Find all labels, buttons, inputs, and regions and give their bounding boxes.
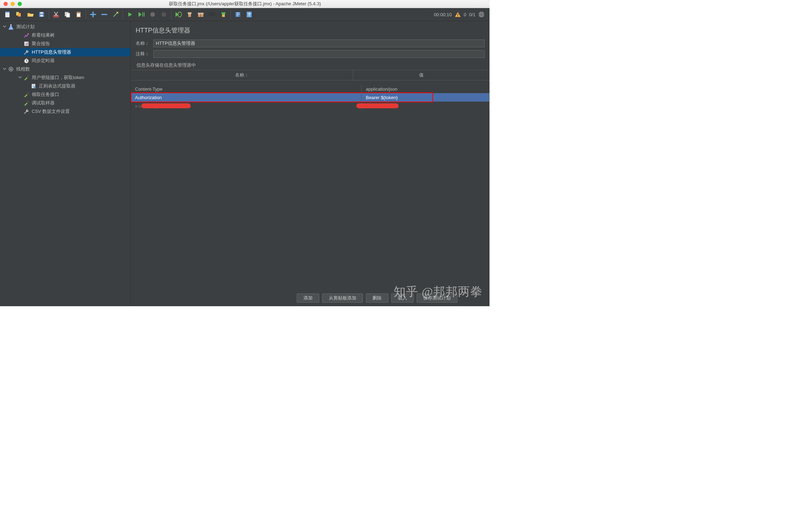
- copy-icon[interactable]: [62, 10, 72, 19]
- clear-icon[interactable]: [185, 10, 195, 19]
- action-button[interactable]: 添加: [297, 294, 319, 303]
- add-icon[interactable]: [88, 10, 98, 19]
- tree-item-label: 察看结果树: [32, 32, 55, 38]
- save-icon[interactable]: [37, 10, 47, 19]
- expand-arrow-icon[interactable]: [18, 92, 23, 97]
- tree-item[interactable]: 线程数: [0, 65, 130, 73]
- svg-point-41: [10, 68, 12, 70]
- col-name[interactable]: 名称：: [131, 70, 353, 80]
- expand-arrow-icon[interactable]: [3, 67, 7, 71]
- table-body[interactable]: Content-Typeapplication/jsonAuthorizatio…: [131, 85, 490, 110]
- svg-rect-20: [188, 14, 191, 17]
- reset-search-icon[interactable]: [219, 10, 228, 19]
- tree-item[interactable]: 领取任务接口: [0, 90, 130, 99]
- table-row[interactable]: Content-Typeapplication/json: [131, 85, 490, 93]
- svg-rect-6: [40, 15, 43, 17]
- tree-item-label: HTTP信息头管理器: [32, 49, 71, 55]
- action-button[interactable]: 删除: [366, 294, 388, 303]
- tree-item-label: 线程数: [16, 66, 30, 72]
- paste-icon[interactable]: [74, 10, 84, 19]
- remove-icon[interactable]: [99, 10, 109, 19]
- tree-item[interactable]: HTTP信息头管理器: [0, 48, 130, 56]
- tree-item[interactable]: 同步定时器: [0, 56, 130, 65]
- svg-rect-42: [27, 75, 29, 77]
- close-icon[interactable]: [4, 2, 8, 6]
- titlebar: 获取任务接口.jmx (/Users/apple/获取任务接口.jmx) - A…: [0, 0, 490, 8]
- tree-item[interactable]: 察看结果树: [0, 31, 130, 40]
- window-title: 获取任务接口.jmx (/Users/apple/获取任务接口.jmx) - A…: [0, 1, 490, 7]
- svg-rect-38: [27, 42, 28, 45]
- expand-arrow-icon[interactable]: [18, 50, 23, 54]
- name-input[interactable]: [153, 40, 485, 47]
- new-icon[interactable]: [3, 10, 13, 19]
- dropper-icon: [23, 100, 30, 106]
- tree-item[interactable]: CSV 数据文件设置: [0, 107, 130, 116]
- expand-arrow-icon[interactable]: [18, 109, 23, 114]
- status-bar: 00:00:10 0 0/1: [434, 11, 487, 18]
- expand-arrow-icon[interactable]: [18, 101, 23, 105]
- templates-icon[interactable]: [14, 10, 24, 19]
- svg-marker-17: [150, 12, 155, 17]
- action-button[interactable]: 载入: [391, 294, 414, 303]
- cut-icon[interactable]: [51, 10, 61, 19]
- comment-input[interactable]: [153, 50, 485, 58]
- report-icon: [23, 41, 30, 47]
- expand-arrow-icon[interactable]: [18, 33, 23, 37]
- stop-icon[interactable]: [148, 10, 158, 19]
- expand-arrow-icon[interactable]: [18, 59, 23, 63]
- action-button[interactable]: 从剪贴板添加: [322, 294, 363, 303]
- wand-icon[interactable]: [111, 10, 121, 19]
- svg-point-44: [34, 86, 36, 89]
- svg-marker-18: [162, 12, 166, 17]
- cell-name[interactable]: Content-Type: [131, 85, 362, 93]
- search-icon[interactable]: [207, 10, 217, 19]
- svg-rect-13: [77, 13, 80, 17]
- help-icon[interactable]: ?: [244, 10, 254, 19]
- status-globe-icon[interactable]: [478, 11, 485, 18]
- tree-item[interactable]: 测试计划: [0, 23, 130, 31]
- expand-arrow-icon[interactable]: [18, 75, 23, 80]
- cell-value[interactable]: application/json: [362, 85, 490, 93]
- svg-rect-5: [40, 12, 43, 14]
- wrench-icon: [23, 49, 30, 55]
- cell-name[interactable]: Authorization: [131, 93, 362, 102]
- toolbar: ? 00:00:10 0 0/1: [0, 8, 490, 21]
- run-icon[interactable]: [125, 10, 135, 19]
- minimize-icon[interactable]: [11, 2, 15, 6]
- expand-arrow-icon[interactable]: [25, 84, 30, 88]
- svg-rect-46: [27, 101, 29, 103]
- action-button[interactable]: 保存测试计划: [417, 294, 457, 303]
- cell-value[interactable]: Bearer ${token}: [362, 93, 490, 102]
- svg-point-34: [27, 33, 29, 35]
- tree-item[interactable]: 正则表达式提取器: [0, 82, 130, 90]
- svg-rect-10: [66, 13, 70, 17]
- open-icon[interactable]: [25, 10, 35, 19]
- run-no-pause-icon[interactable]: [136, 10, 146, 19]
- tree-item[interactable]: 用户登陆接口，获取token: [0, 73, 130, 82]
- graph-icon: [23, 32, 30, 38]
- function-helper-icon[interactable]: [233, 10, 243, 19]
- status-active: 0: [464, 12, 466, 17]
- shutdown-icon[interactable]: [159, 10, 169, 19]
- table-row[interactable]: AuthorizationBearer ${token}: [131, 93, 490, 102]
- maximize-icon[interactable]: [18, 2, 22, 6]
- warning-icon[interactable]: [455, 12, 461, 17]
- dropper-icon: [23, 74, 30, 81]
- remote-start-icon[interactable]: [173, 10, 183, 19]
- expand-arrow-icon[interactable]: [18, 42, 23, 46]
- table-row[interactable]: x-company-an...: [131, 102, 490, 110]
- status-total: 0/1: [469, 12, 475, 17]
- tree-item[interactable]: 调试取样器: [0, 99, 130, 107]
- svg-point-14: [117, 12, 118, 13]
- tree-item[interactable]: 聚合报告: [0, 40, 130, 48]
- tree-item-label: 用户登陆接口，获取token: [32, 74, 84, 81]
- app-window: 获取任务接口.jmx (/Users/apple/获取任务接口.jmx) - A…: [0, 0, 490, 306]
- svg-rect-33: [10, 24, 12, 25]
- clear-all-icon[interactable]: [196, 10, 206, 19]
- expand-arrow-icon[interactable]: [3, 25, 7, 29]
- tree[interactable]: 测试计划察看结果树聚合报告HTTP信息头管理器同步定时器线程数用户登陆接口，获取…: [0, 21, 130, 116]
- name-label: 名称：: [136, 40, 153, 47]
- tree-item-label: 正则表达式提取器: [39, 83, 75, 89]
- col-value[interactable]: 值: [353, 70, 490, 80]
- button-bar: 添加从剪贴板添加删除载入保存测试计划: [265, 294, 490, 303]
